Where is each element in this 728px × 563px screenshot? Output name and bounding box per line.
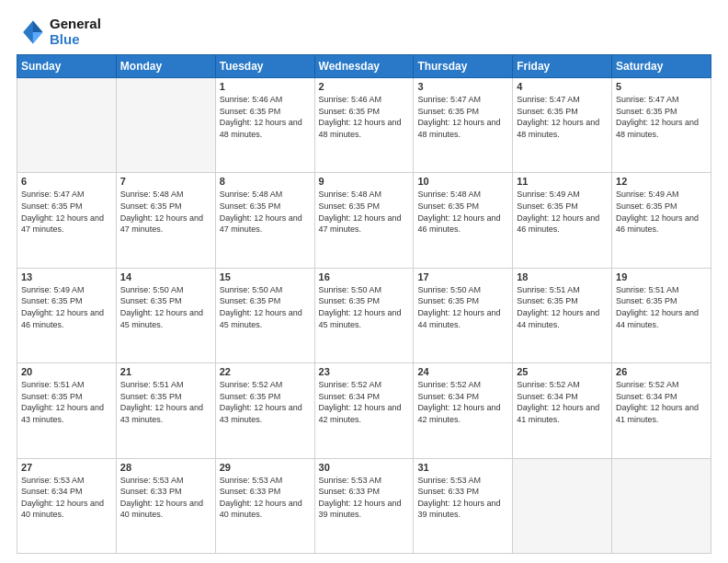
calendar-cell: 9Sunrise: 5:48 AMSunset: 6:35 PMDaylight… xyxy=(314,173,414,268)
calendar-cell: 30Sunrise: 5:53 AMSunset: 6:33 PMDayligh… xyxy=(314,458,414,553)
day-info: Sunrise: 5:48 AMSunset: 6:35 PMDaylight:… xyxy=(220,189,311,235)
calendar-cell: 24Sunrise: 5:52 AMSunset: 6:34 PMDayligh… xyxy=(414,363,513,458)
calendar-cell: 20Sunrise: 5:51 AMSunset: 6:35 PMDayligh… xyxy=(17,363,117,458)
calendar-cell: 7Sunrise: 5:48 AMSunset: 6:35 PMDaylight… xyxy=(116,173,215,268)
day-info: Sunrise: 5:50 AMSunset: 6:35 PMDaylight:… xyxy=(120,284,211,330)
day-number: 24 xyxy=(417,366,508,377)
calendar-week-3: 20Sunrise: 5:51 AMSunset: 6:35 PMDayligh… xyxy=(17,363,711,458)
calendar-cell: 14Sunrise: 5:50 AMSunset: 6:35 PMDayligh… xyxy=(116,268,215,362)
day-number: 13 xyxy=(21,271,112,282)
logo-line2: Blue xyxy=(50,32,101,48)
day-number: 4 xyxy=(517,81,608,92)
day-number: 23 xyxy=(319,366,410,377)
weekday-header-thursday: Thursday xyxy=(414,55,513,78)
day-info: Sunrise: 5:49 AMSunset: 6:35 PMDaylight:… xyxy=(517,189,608,235)
calendar-cell: 25Sunrise: 5:52 AMSunset: 6:34 PMDayligh… xyxy=(513,363,612,458)
day-info: Sunrise: 5:47 AMSunset: 6:35 PMDaylight:… xyxy=(517,94,608,140)
day-number: 31 xyxy=(417,462,508,473)
day-number: 1 xyxy=(220,81,311,92)
calendar-cell: 6Sunrise: 5:47 AMSunset: 6:35 PMDaylight… xyxy=(17,173,117,268)
day-info: Sunrise: 5:52 AMSunset: 6:34 PMDaylight:… xyxy=(616,379,707,425)
day-number: 20 xyxy=(21,366,112,377)
day-info: Sunrise: 5:50 AMSunset: 6:35 PMDaylight:… xyxy=(417,284,508,330)
calendar-cell: 2Sunrise: 5:46 AMSunset: 6:35 PMDaylight… xyxy=(314,78,414,173)
calendar-cell xyxy=(116,78,215,173)
weekday-header-sunday: Sunday xyxy=(17,55,117,78)
day-info: Sunrise: 5:50 AMSunset: 6:35 PMDaylight:… xyxy=(319,284,410,330)
day-info: Sunrise: 5:53 AMSunset: 6:34 PMDaylight:… xyxy=(21,475,112,521)
calendar-cell: 26Sunrise: 5:52 AMSunset: 6:34 PMDayligh… xyxy=(612,363,711,458)
day-number: 3 xyxy=(417,81,508,92)
calendar-cell xyxy=(612,458,711,553)
calendar-cell: 5Sunrise: 5:47 AMSunset: 6:35 PMDaylight… xyxy=(612,78,711,173)
svg-marker-1 xyxy=(33,20,43,31)
day-number: 19 xyxy=(616,271,707,282)
day-info: Sunrise: 5:48 AMSunset: 6:35 PMDaylight:… xyxy=(120,189,211,235)
day-info: Sunrise: 5:51 AMSunset: 6:35 PMDaylight:… xyxy=(616,284,707,330)
day-number: 28 xyxy=(120,462,211,473)
calendar-cell: 15Sunrise: 5:50 AMSunset: 6:35 PMDayligh… xyxy=(215,268,314,362)
day-number: 26 xyxy=(616,366,707,377)
day-info: Sunrise: 5:46 AMSunset: 6:35 PMDaylight:… xyxy=(319,94,410,140)
day-info: Sunrise: 5:51 AMSunset: 6:35 PMDaylight:… xyxy=(517,284,608,330)
calendar-week-2: 13Sunrise: 5:49 AMSunset: 6:35 PMDayligh… xyxy=(17,268,711,362)
day-info: Sunrise: 5:52 AMSunset: 6:34 PMDaylight:… xyxy=(417,379,508,425)
calendar-cell: 12Sunrise: 5:49 AMSunset: 6:35 PMDayligh… xyxy=(612,173,711,268)
day-info: Sunrise: 5:49 AMSunset: 6:35 PMDaylight:… xyxy=(616,189,707,235)
calendar-cell: 8Sunrise: 5:48 AMSunset: 6:35 PMDaylight… xyxy=(215,173,314,268)
day-info: Sunrise: 5:50 AMSunset: 6:35 PMDaylight:… xyxy=(220,284,311,330)
weekday-header-tuesday: Tuesday xyxy=(215,55,314,78)
day-info: Sunrise: 5:53 AMSunset: 6:33 PMDaylight:… xyxy=(417,475,508,521)
calendar-cell: 28Sunrise: 5:53 AMSunset: 6:33 PMDayligh… xyxy=(116,458,215,553)
logo-text: General Blue xyxy=(50,17,101,47)
calendar-week-4: 27Sunrise: 5:53 AMSunset: 6:34 PMDayligh… xyxy=(17,458,711,553)
day-number: 2 xyxy=(319,81,410,92)
day-number: 15 xyxy=(220,271,311,282)
calendar-cell: 29Sunrise: 5:53 AMSunset: 6:33 PMDayligh… xyxy=(215,458,314,553)
calendar-cell: 16Sunrise: 5:50 AMSunset: 6:35 PMDayligh… xyxy=(314,268,414,362)
calendar-cell xyxy=(513,458,612,553)
calendar-cell: 22Sunrise: 5:52 AMSunset: 6:35 PMDayligh… xyxy=(215,363,314,458)
weekday-header-monday: Monday xyxy=(116,55,215,78)
header: General Blue xyxy=(17,17,711,47)
day-number: 14 xyxy=(120,271,211,282)
calendar-cell: 11Sunrise: 5:49 AMSunset: 6:35 PMDayligh… xyxy=(513,173,612,268)
calendar-cell: 23Sunrise: 5:52 AMSunset: 6:34 PMDayligh… xyxy=(314,363,414,458)
day-number: 9 xyxy=(319,176,410,187)
calendar-week-0: 1Sunrise: 5:46 AMSunset: 6:35 PMDaylight… xyxy=(17,78,711,173)
day-number: 16 xyxy=(319,271,410,282)
logo: General Blue xyxy=(17,17,101,47)
calendar-cell: 17Sunrise: 5:50 AMSunset: 6:35 PMDayligh… xyxy=(414,268,513,362)
day-number: 10 xyxy=(417,176,508,187)
calendar-cell: 4Sunrise: 5:47 AMSunset: 6:35 PMDaylight… xyxy=(513,78,612,173)
day-number: 5 xyxy=(616,81,707,92)
day-number: 29 xyxy=(220,462,311,473)
day-info: Sunrise: 5:52 AMSunset: 6:34 PMDaylight:… xyxy=(517,379,608,425)
logo-icon xyxy=(17,17,46,47)
day-number: 25 xyxy=(517,366,608,377)
day-info: Sunrise: 5:51 AMSunset: 6:35 PMDaylight:… xyxy=(120,379,211,425)
calendar-week-1: 6Sunrise: 5:47 AMSunset: 6:35 PMDaylight… xyxy=(17,173,711,268)
day-info: Sunrise: 5:48 AMSunset: 6:35 PMDaylight:… xyxy=(319,189,410,235)
logo-line1: General xyxy=(50,17,101,32)
day-number: 7 xyxy=(120,176,211,187)
page: General Blue SundayMondayTuesdayWednesda… xyxy=(0,0,728,563)
day-info: Sunrise: 5:46 AMSunset: 6:35 PMDaylight:… xyxy=(220,94,311,140)
day-number: 12 xyxy=(616,176,707,187)
day-info: Sunrise: 5:53 AMSunset: 6:33 PMDaylight:… xyxy=(120,475,211,521)
day-info: Sunrise: 5:47 AMSunset: 6:35 PMDaylight:… xyxy=(616,94,707,140)
day-number: 27 xyxy=(21,462,112,473)
day-info: Sunrise: 5:47 AMSunset: 6:35 PMDaylight:… xyxy=(21,189,112,235)
calendar-table: SundayMondayTuesdayWednesdayThursdayFrid… xyxy=(17,54,711,554)
day-info: Sunrise: 5:53 AMSunset: 6:33 PMDaylight:… xyxy=(220,475,311,521)
calendar-cell: 10Sunrise: 5:48 AMSunset: 6:35 PMDayligh… xyxy=(414,173,513,268)
day-info: Sunrise: 5:47 AMSunset: 6:35 PMDaylight:… xyxy=(417,94,508,140)
weekday-header-wednesday: Wednesday xyxy=(314,55,414,78)
calendar-cell: 19Sunrise: 5:51 AMSunset: 6:35 PMDayligh… xyxy=(612,268,711,362)
day-number: 6 xyxy=(21,176,112,187)
day-number: 30 xyxy=(319,462,410,473)
day-info: Sunrise: 5:51 AMSunset: 6:35 PMDaylight:… xyxy=(21,379,112,425)
calendar-cell: 27Sunrise: 5:53 AMSunset: 6:34 PMDayligh… xyxy=(17,458,117,553)
day-info: Sunrise: 5:52 AMSunset: 6:35 PMDaylight:… xyxy=(220,379,311,425)
day-number: 22 xyxy=(220,366,311,377)
